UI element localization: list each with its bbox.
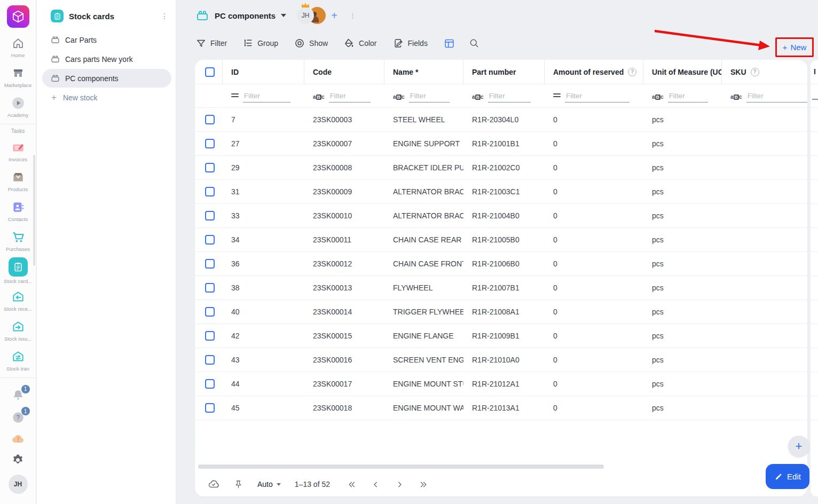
cell-name: ALTERNATOR BRACK <box>384 204 463 227</box>
annotation-highlight-box: + New <box>775 37 814 57</box>
row-checkbox[interactable] <box>205 307 215 317</box>
table-row[interactable]: 3323SK00010ALTERNATOR BRACKR1R-21004B00p… <box>195 204 807 228</box>
new-stock-button[interactable]: + New stock <box>42 88 171 107</box>
table-row[interactable]: 4223SK00015ENGINE FLANGER1R-21009B10pcs <box>195 324 807 348</box>
sidebar-item-invoices[interactable]: Invoices <box>0 136 36 166</box>
row-checkbox[interactable] <box>205 235 215 245</box>
sidebar-item-purchases[interactable]: Purchases <box>0 226 36 256</box>
sidebar-item-home[interactable]: Home <box>0 32 36 62</box>
floating-add-button[interactable]: + <box>788 436 809 457</box>
app-logo[interactable] <box>7 5 29 28</box>
color-button[interactable]: Color <box>344 38 376 49</box>
group-button[interactable]: Group <box>243 38 278 49</box>
select-all-checkbox[interactable] <box>205 67 215 77</box>
row-checkbox[interactable] <box>205 211 215 220</box>
last-page-button[interactable] <box>416 478 431 491</box>
prev-page-button[interactable] <box>368 478 383 491</box>
sync-warning-button[interactable] <box>11 433 26 447</box>
sidebar-item-stock-cards[interactable]: Stock card... <box>0 256 36 286</box>
row-checkbox[interactable] <box>205 187 215 196</box>
cell-unit: pcs <box>643 324 722 348</box>
table-row[interactable]: 723SK00003STEEL WHEELR1R-20304L00pcs <box>195 108 807 132</box>
table-row[interactable]: 4023SK00014TRIGGER FLYWHEELR1R-21008A10p… <box>195 300 807 324</box>
settings-button[interactable] <box>11 453 25 468</box>
user-avatar[interactable]: JH <box>9 475 28 494</box>
row-checkbox[interactable] <box>205 403 215 413</box>
edit-button[interactable]: Edit <box>766 464 809 489</box>
fields-button[interactable]: Fields <box>393 38 428 49</box>
cell-id: 7 <box>223 108 304 131</box>
table-row[interactable]: 4423SK00017ENGINE MOUNT STUR1R-21012A10p… <box>195 372 807 396</box>
page-size-select[interactable]: Auto <box>257 480 281 489</box>
cell-reserved: 0 <box>545 396 643 420</box>
sidebar-item-academy[interactable]: Academy <box>0 92 36 122</box>
row-checkbox[interactable] <box>205 163 215 172</box>
rail-scrollbar[interactable] <box>33 155 35 266</box>
table-row[interactable]: 2723SK00007ENGINE SUPPORTR1R-21001B10pcs <box>195 132 807 156</box>
stock-item-pc-components[interactable]: PC components <box>42 69 171 88</box>
sidebar-item-stock-transfer[interactable]: Stock tran <box>0 345 36 375</box>
column-header-name[interactable]: Name * <box>384 60 463 84</box>
row-checkbox[interactable] <box>205 259 215 269</box>
filter-cell: aBc <box>384 84 463 107</box>
filter-input-id[interactable] <box>243 90 290 103</box>
cell-code: 23SK00012 <box>304 252 384 275</box>
member-avatars[interactable]: JH <box>297 6 327 25</box>
table-row[interactable]: 4323SK00016SCREEN VENT ENGINR1R-21010A00… <box>195 348 807 372</box>
filter-input-amount-of-reserved[interactable] <box>565 90 630 103</box>
sidebar-item-stock-receive[interactable]: Stock rece... <box>0 286 36 316</box>
stock-item-car-parts[interactable]: Car Parts <box>42 30 171 49</box>
column-header-sku[interactable]: SKU? <box>722 60 807 84</box>
show-eye-icon <box>294 38 305 49</box>
table-row[interactable]: 3823SK00013FLYWHEELR1R-21007B10pcs <box>195 276 807 300</box>
next-page-button[interactable] <box>392 478 407 491</box>
horizontal-scrollbar[interactable] <box>198 464 604 469</box>
show-button[interactable]: Show <box>294 38 328 49</box>
search-button[interactable] <box>469 38 479 49</box>
sidebar-item-marketplace[interactable]: Marketplace <box>0 62 36 92</box>
column-header-unit-of-measure-uc[interactable]: Unit of Measure (UC <box>643 60 722 84</box>
column-header-part-number[interactable]: Part number <box>463 60 545 84</box>
first-page-button[interactable] <box>344 478 359 491</box>
add-member-button[interactable]: + <box>331 10 337 22</box>
cell-id: 45 <box>223 396 304 420</box>
table-row[interactable]: 2923SK00008BRACKET IDLER PULR1R-21002C00… <box>195 156 807 180</box>
table-layout-icon <box>444 38 455 49</box>
sidebar-menu-button[interactable]: ⋮ <box>161 14 168 18</box>
table-row[interactable]: 4523SK00018ENGINE MOUNT WASR1R-21013A10p… <box>195 396 807 420</box>
stock-item-cars-parts-new-york[interactable]: Cars parts New york <box>42 50 171 68</box>
filter-input-name[interactable] <box>409 90 450 103</box>
filter-input-sku[interactable] <box>746 90 807 103</box>
layout-view-button[interactable] <box>444 38 455 49</box>
pinned-column-sliver: I <box>811 60 818 497</box>
document-menu-button[interactable]: ⋮ <box>349 14 356 17</box>
help-icon[interactable]: ? <box>751 68 759 76</box>
row-checkbox[interactable] <box>205 355 215 365</box>
column-header-code[interactable]: Code <box>304 60 384 84</box>
row-checkbox[interactable] <box>205 139 215 148</box>
pinned-column-row <box>811 180 818 204</box>
sidebar-item-contacts[interactable]: Contacts <box>0 196 36 226</box>
filter-input-code[interactable] <box>329 90 371 103</box>
column-header-id[interactable]: ID <box>223 60 304 84</box>
column-header-amount-of-reserved[interactable]: Amount of reserved? <box>545 60 643 84</box>
table-row[interactable]: 3123SK00009ALTERNATOR BRACKR1R-21003C10p… <box>195 180 807 204</box>
chevron-down-icon[interactable] <box>281 14 286 17</box>
filter-input-part-number[interactable] <box>488 90 531 103</box>
row-checkbox[interactable] <box>205 115 215 124</box>
new-record-button[interactable]: + New <box>783 43 807 52</box>
help-button[interactable]: ? 1 <box>11 411 25 427</box>
help-icon[interactable]: ? <box>628 68 636 76</box>
row-checkbox[interactable] <box>205 331 215 341</box>
row-checkbox[interactable] <box>205 379 215 389</box>
filter-button[interactable]: Filter <box>196 38 227 49</box>
pin-button[interactable] <box>233 479 243 490</box>
filter-input-unit-of-measure-uc[interactable] <box>668 90 708 103</box>
notifications-button[interactable]: 1 <box>11 389 25 405</box>
sync-status-button[interactable] <box>208 478 219 490</box>
table-row[interactable]: 3423SK00011CHAIN CASE REARR1R-21005B00pc… <box>195 228 807 252</box>
sidebar-item-products[interactable]: Products <box>0 166 36 196</box>
row-checkbox[interactable] <box>205 283 215 293</box>
table-row[interactable]: 3623SK00012CHAIN CASE FRONTR1R-21006B00p… <box>195 252 807 276</box>
sidebar-item-stock-issue[interactable]: Stock issu... <box>0 316 36 345</box>
